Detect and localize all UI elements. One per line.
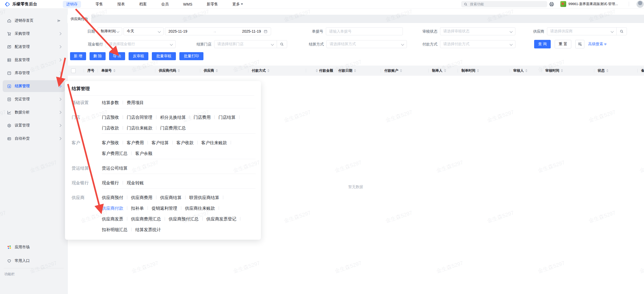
menu-item[interactable]: 门店费用汇总 bbox=[160, 126, 186, 130]
th-maker[interactable]: 制单人 bbox=[428, 66, 458, 76]
menu-item[interactable]: 客户结算 bbox=[152, 140, 169, 145]
user-account[interactable]: 99661-新界面果蔬版测试-管理... bbox=[560, 1, 618, 7]
menu-item[interactable]: 供应商预付 bbox=[102, 195, 123, 200]
sidebar-item-inventory[interactable]: 库存管理 bbox=[3, 67, 65, 79]
th-supplier-code[interactable]: 供应商代码 bbox=[155, 66, 200, 76]
select-all-checkbox[interactable] bbox=[71, 68, 76, 73]
th-pay-account[interactable]: 付款账户 bbox=[381, 66, 428, 76]
th-status[interactable]: 状态 bbox=[594, 66, 637, 76]
menu-item[interactable]: 门店费用 bbox=[194, 115, 211, 120]
th-audit-time[interactable]: 审核时间 bbox=[542, 66, 594, 76]
query-button[interactable]: 查 询 bbox=[534, 40, 551, 48]
sidebar-item-settlement[interactable]: $ 结算管理 bbox=[3, 80, 65, 92]
sidebar-item-data-analysis[interactable]: 数据分析 bbox=[3, 106, 65, 118]
menu-item[interactable]: 联营供应商结算 bbox=[189, 195, 219, 200]
nav-item-archives[interactable]: 档案 bbox=[139, 2, 147, 7]
menu-item[interactable]: 客户预收 bbox=[102, 140, 119, 145]
global-search[interactable] bbox=[461, 1, 547, 7]
nav-item-new-retail[interactable]: 新零售 bbox=[207, 2, 218, 7]
menu-item[interactable]: 货运公司结算 bbox=[102, 166, 128, 170]
nav-item-psi[interactable]: 进销存 bbox=[63, 1, 81, 8]
th-pay-method[interactable]: 付款方式 bbox=[248, 66, 306, 76]
menu-item[interactable]: 供应商预付汇总 bbox=[169, 217, 199, 221]
sidebar-item-purchase[interactable]: 采购管理 bbox=[3, 28, 65, 40]
menu-item[interactable]: 门店收款 bbox=[102, 126, 119, 130]
th-auditor[interactable]: 审核人 bbox=[510, 66, 542, 76]
batch-print-button[interactable]: 批量打印 bbox=[179, 52, 203, 60]
th-remark[interactable]: 备注 bbox=[637, 66, 644, 76]
sidebar-item-distribution[interactable]: 配送管理 bbox=[3, 41, 65, 53]
menu-item[interactable]: 促销返利管理 bbox=[152, 206, 177, 211]
sort-icon bbox=[316, 69, 318, 72]
sidebar-item-common-entry[interactable]: 常用入口 bbox=[3, 255, 65, 267]
sidebar-item-settings[interactable]: 设置管理 bbox=[3, 120, 65, 131]
date-preset-select[interactable]: 今天 bbox=[124, 27, 164, 35]
menu-item[interactable]: 客户余额 bbox=[135, 151, 152, 156]
add-button[interactable]: 新 增 bbox=[70, 52, 86, 60]
menu-item[interactable]: 供应商费用汇总 bbox=[131, 217, 161, 221]
menu-item[interactable]: 积分兑换结算 bbox=[160, 115, 186, 120]
reset-button[interactable]: 重 置 bbox=[555, 40, 571, 48]
menu-item[interactable]: 现金银行 bbox=[102, 181, 119, 185]
collapse-sidebar-button[interactable] bbox=[57, 19, 61, 23]
tab-supplier-payment[interactable]: 供应商付款 bbox=[67, 15, 91, 23]
menu-item[interactable]: 客户费用 bbox=[127, 140, 144, 145]
delete-button[interactable]: 删 除 bbox=[90, 52, 106, 60]
date-type-select[interactable]: 制单时间 bbox=[98, 27, 122, 35]
th-make-time[interactable]: 制单时间 bbox=[458, 66, 510, 76]
menu-item[interactable]: 结算参数 bbox=[102, 100, 119, 105]
bill-no-input[interactable] bbox=[326, 27, 403, 35]
supplier-select[interactable]: 请选择供应商 bbox=[547, 27, 627, 35]
sidebar-item-auto-replenish[interactable]: 自动补货 bbox=[3, 133, 65, 144]
menu-item[interactable]: 供应商发票 bbox=[102, 217, 123, 221]
menu-item[interactable]: 供应商费用 bbox=[131, 195, 152, 200]
export-button[interactable]: 导 出 bbox=[109, 52, 125, 60]
menu-item[interactable]: 供应商发票登记 bbox=[206, 217, 236, 221]
sidebar-item-voucher[interactable]: 凭证管理 bbox=[3, 93, 65, 105]
menu-group: 基础设置结算参数费用项目 bbox=[65, 96, 261, 110]
menu-item[interactable]: 门店合同管理 bbox=[127, 115, 152, 120]
th-pay-amount[interactable]: 付款金额 bbox=[306, 66, 335, 76]
menu-item[interactable]: 客户费用汇总 bbox=[102, 151, 128, 156]
supplier-search-button[interactable] bbox=[616, 28, 627, 35]
advanced-search-link[interactable]: 高级搜索 bbox=[588, 42, 607, 47]
menu-item[interactable]: 客户往来账款 bbox=[201, 140, 227, 145]
sidebar-item-psi-home[interactable]: 进销存首页 bbox=[3, 15, 65, 26]
menu-item[interactable]: 客户收款 bbox=[176, 140, 194, 145]
menu-item[interactable]: 门店结算 bbox=[218, 115, 236, 120]
audit-status-select[interactable]: 请选择审核状态 bbox=[440, 27, 515, 35]
search-plan-button[interactable] bbox=[575, 40, 584, 48]
store-search-button[interactable] bbox=[277, 40, 287, 48]
menu-item[interactable]: 门店往来账款 bbox=[127, 126, 152, 130]
cash-bank-select[interactable]: 请选择现金银行 bbox=[106, 40, 176, 48]
menu-item[interactable]: 现金转账 bbox=[127, 181, 144, 185]
menu-item[interactable]: 供应商付款 bbox=[102, 206, 123, 211]
unaudit-button[interactable]: 反审核 bbox=[129, 52, 148, 60]
menu-item[interactable]: 供应商往来账款 bbox=[185, 206, 215, 211]
menu-item[interactable]: 门店预收 bbox=[102, 115, 119, 120]
th-supplier[interactable]: 供应商 bbox=[200, 66, 248, 76]
app-logo[interactable]: 乐檬零售后台 bbox=[5, 2, 37, 7]
print-button[interactable] bbox=[549, 1, 554, 7]
menu-item[interactable]: 结算发票统计 bbox=[135, 227, 161, 232]
menu-item[interactable]: 扣补单 bbox=[131, 206, 144, 211]
nav-item-more[interactable]: 更多 bbox=[232, 2, 243, 7]
sidebar-item-app-market[interactable]: 应用市场 bbox=[3, 241, 65, 253]
settle-store-select[interactable]: 请选择结算门店 bbox=[214, 40, 287, 48]
nav-item-reports[interactable]: 报表 bbox=[117, 2, 125, 7]
th-pay-date[interactable]: 付款日期 bbox=[335, 66, 381, 76]
settle-method-select[interactable]: 请选择结算方式 bbox=[326, 40, 407, 48]
nav-item-members[interactable]: 会员 bbox=[161, 2, 169, 7]
menu-item[interactable]: 费用项目 bbox=[127, 100, 144, 105]
th-bill-no[interactable]: 单据号 bbox=[98, 66, 155, 76]
search-input[interactable] bbox=[469, 2, 535, 6]
batch-audit-button[interactable]: 批量审核 bbox=[152, 52, 176, 60]
menu-item[interactable]: 扣补明细汇总 bbox=[102, 227, 128, 232]
avatar[interactable] bbox=[637, 1, 644, 8]
pay-method-select[interactable]: 请选择付款方式 bbox=[440, 40, 515, 48]
nav-item-retail[interactable]: 零售 bbox=[95, 2, 103, 7]
menu-item[interactable]: 供应商结算 bbox=[160, 195, 182, 200]
sidebar-item-wholesale[interactable]: 批发管理 bbox=[3, 54, 65, 66]
nav-item-wms[interactable]: WMS bbox=[183, 2, 192, 6]
date-range-picker[interactable]: 2025-11-19 → 2025-11-19 bbox=[165, 27, 271, 35]
